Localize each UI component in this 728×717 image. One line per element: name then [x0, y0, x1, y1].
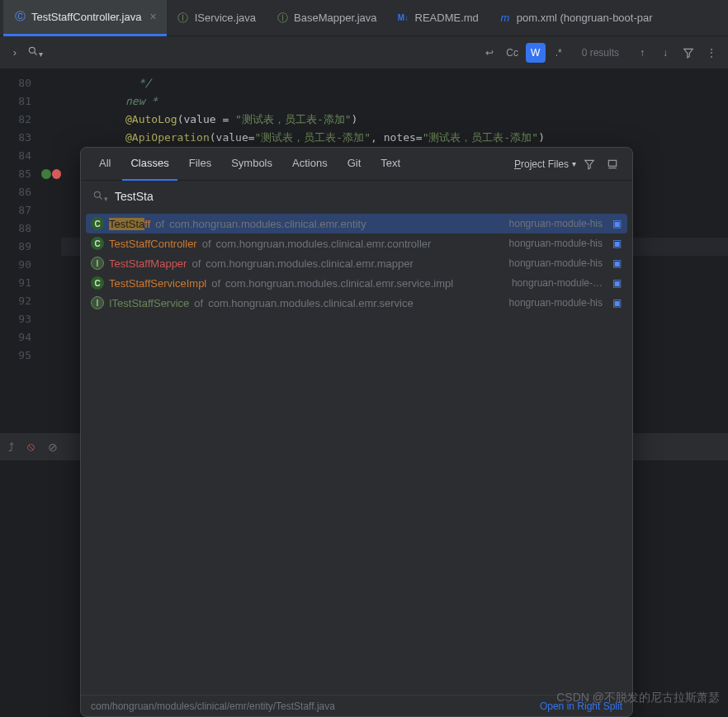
line-number: 94: [0, 328, 41, 347]
search-footer: com/hongruan/modules/clinical/emr/entity…: [81, 695, 632, 716]
run-icon: [41, 169, 51, 179]
tab-label: Git: [347, 157, 362, 169]
stop-icon[interactable]: ⦸: [27, 440, 35, 454]
java-interface-icon: Ⓘ: [177, 12, 190, 25]
search-scope-dropdown[interactable]: Project Files ▾: [514, 158, 576, 170]
markdown-icon: M↓: [397, 12, 410, 25]
line-number: 86: [0, 183, 41, 201]
result-package: com.hongruan.modules.clinical.emr.contro…: [216, 238, 432, 250]
tab-teststaffcontroller[interactable]: Ⓒ TestStaffController.java ×: [3, 0, 167, 36]
search-tab-git[interactable]: Git: [339, 148, 370, 181]
module-icon: ▣: [611, 277, 622, 289]
result-name: TestStaffServiceImpl: [109, 277, 206, 290]
search-result-row[interactable]: I TestStaffMapper of com.hongruan.module…: [86, 253, 627, 273]
words-button[interactable]: W: [526, 43, 546, 63]
module-icon: ▣: [611, 218, 622, 229]
string-literal: "测试表，员工表-添加": [423, 131, 538, 144]
line-number: 90: [0, 256, 41, 274]
tab-label: Text: [381, 157, 400, 169]
result-name: TestStaff: [109, 218, 150, 230]
code-comment: */: [139, 77, 152, 89]
search-result-row[interactable]: I ITestStaffService of com.hongruan.modu…: [86, 293, 627, 313]
search-icon[interactable]: ▾: [23, 45, 46, 59]
expand-find-icon[interactable]: ›: [7, 46, 23, 59]
footer-path: com/hongruan/modules/clinical/emr/entity…: [91, 700, 335, 712]
prev-match-icon[interactable]: ↑: [632, 43, 652, 63]
scope-mnemonic: P: [514, 158, 521, 170]
pin-icon[interactable]: [603, 154, 622, 174]
param-notes: notes: [384, 131, 416, 144]
module-icon: ▣: [611, 257, 622, 269]
tab-label: pom.xml (hongruan-boot-par: [517, 12, 653, 24]
result-module: hongruan-module-…: [512, 277, 603, 289]
line-number: 91: [0, 274, 41, 292]
search-input-row: ▾: [81, 181, 632, 212]
find-bar: › ▾ ↩ Cc W .* 0 results ↑ ↓ ⋮: [0, 36, 728, 69]
search-tab-text[interactable]: Text: [372, 148, 409, 181]
search-tab-all[interactable]: All: [91, 148, 119, 181]
result-package: com.hongruan.modules.clinical.emr.entity: [169, 218, 366, 230]
line-number: 85: [0, 165, 41, 183]
search-result-row[interactable]: C TestStaffController of com.hongruan.mo…: [86, 233, 627, 253]
result-module: hongruan-module-his: [509, 218, 603, 229]
line-number: 92: [0, 292, 41, 310]
tab-pom[interactable]: m pom.xml (hongruan-boot-par: [489, 0, 663, 36]
search-result-row[interactable]: C TestStaffServiceImpl of com.hongruan.m…: [86, 273, 627, 293]
line-gutter: 80 81 82 83 84 85 86 87 88 89 90 91 92 9…: [0, 69, 41, 432]
line-number: 87: [0, 201, 41, 219]
result-package: com.hongruan.modules.clinical.emr.mapper: [206, 257, 413, 270]
result-package: com.hongruan.modules.clinical.emr.servic…: [225, 277, 453, 290]
line-number: 81: [0, 92, 41, 111]
search-tab-actions[interactable]: Actions: [284, 148, 336, 181]
filter-icon[interactable]: [579, 154, 599, 174]
result-module: hongruan-module-his: [509, 257, 603, 269]
string-literal: "测试表，员工表-添加": [255, 131, 371, 144]
string-literal: "测试表，员工表-添加": [235, 113, 351, 125]
close-icon[interactable]: ×: [149, 10, 156, 23]
class-icon: C: [91, 237, 104, 250]
tab-label: README.md: [415, 12, 479, 24]
code-new: new *: [125, 95, 158, 107]
search-everywhere-popup: All Classes Files Symbols Actions Git Te…: [80, 147, 633, 717]
find-input[interactable]: [46, 46, 480, 59]
search-tab-files[interactable]: Files: [181, 148, 220, 181]
filter-icon[interactable]: [678, 43, 698, 63]
java-interface-icon: Ⓘ: [276, 12, 289, 25]
disable-icon[interactable]: ⊘: [48, 441, 58, 454]
upload-icon[interactable]: ⤴: [8, 441, 14, 454]
search-tabs: All Classes Files Symbols Actions Git Te…: [81, 148, 632, 181]
open-in-split-link[interactable]: Open in Right Split: [540, 700, 622, 712]
search-results-list: C TestStaff of com.hongruan.modules.clin…: [81, 212, 632, 695]
search-result-row[interactable]: C TestStaff of com.hongruan.modules.clin…: [86, 214, 627, 233]
line-number: 88: [0, 219, 41, 238]
tab-iservice[interactable]: Ⓘ IService.java: [167, 0, 266, 36]
result-package: com.hongruan.modules.clinical.emr.servic…: [208, 297, 414, 309]
line-number: 80: [0, 74, 41, 92]
result-name: TestStaffMapper: [109, 257, 187, 270]
search-everywhere-input[interactable]: [115, 190, 621, 203]
search-tab-classes[interactable]: Classes: [122, 148, 177, 181]
more-icon[interactable]: ⋮: [702, 43, 721, 63]
tab-label: IService.java: [195, 12, 256, 24]
result-of: of: [191, 257, 201, 270]
result-of: of: [194, 297, 203, 309]
find-history-icon[interactable]: ↩: [480, 43, 499, 63]
match-case-button[interactable]: Cc: [503, 43, 522, 63]
result-module: hongruan-module-his: [509, 238, 603, 249]
editor-tabs-bar: Ⓒ TestStaffController.java × Ⓘ IService.…: [0, 0, 728, 36]
breakpoint-icon: [52, 169, 62, 179]
line-number: 95: [0, 347, 41, 365]
result-of: of: [202, 238, 211, 250]
module-icon: ▣: [611, 297, 622, 309]
result-of: of: [211, 277, 220, 290]
tab-basemapper[interactable]: Ⓘ BaseMapper.java: [266, 0, 386, 36]
svg-point-6: [94, 191, 100, 197]
regex-button[interactable]: .*: [549, 43, 569, 63]
next-match-icon[interactable]: ↓: [655, 43, 675, 63]
search-tab-symbols[interactable]: Symbols: [223, 148, 281, 181]
tab-readme[interactable]: M↓ README.md: [387, 0, 489, 36]
gutter-run-marks[interactable]: [41, 165, 61, 183]
line-number: 93: [0, 310, 41, 328]
annotation-apiop: @ApiOperation: [125, 131, 210, 144]
chevron-down-icon: ▾: [572, 159, 576, 168]
